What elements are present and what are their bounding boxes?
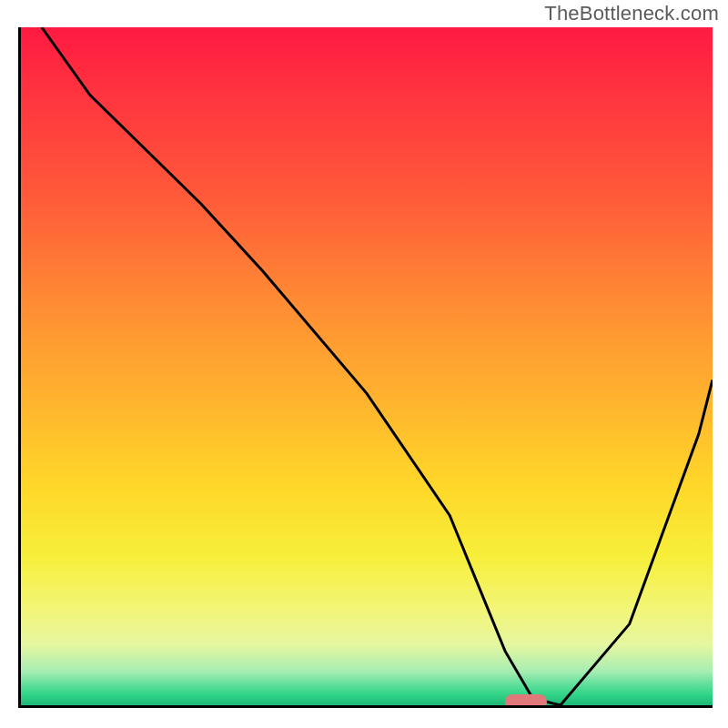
watermark-text: TheBottleneck.com: [544, 2, 719, 25]
optimal-range-marker: [505, 694, 547, 708]
plot-area: [18, 27, 713, 708]
bottleneck-curve: [42, 27, 713, 705]
curve-svg: [21, 27, 713, 705]
chart-frame: TheBottleneck.com: [0, 0, 728, 728]
